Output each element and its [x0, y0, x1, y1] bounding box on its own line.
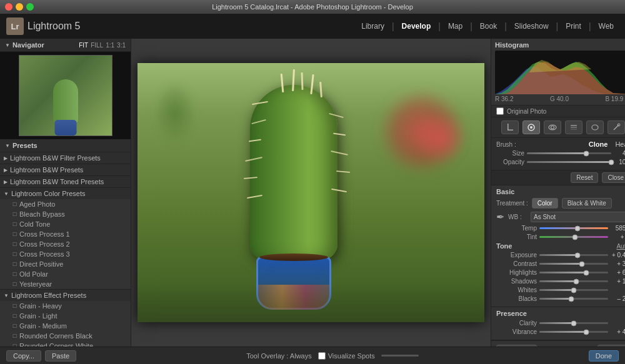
close-button-tool[interactable]: Close: [602, 172, 625, 183]
shadows-value: + 13: [611, 278, 625, 285]
left-panel: ▼ Navigator FIT FILL 1:1 3:1 ▼ Presets: [0, 39, 131, 347]
close-button[interactable]: [5, 3, 12, 11]
previous-button[interactable]: Previous: [496, 345, 537, 347]
nav-map[interactable]: Map: [443, 20, 468, 32]
tool-crop[interactable]: [501, 121, 519, 134]
nav-print[interactable]: Print: [561, 20, 586, 32]
visualize-slider[interactable]: [381, 355, 419, 357]
list-item[interactable]: ☐ Cross Process 2: [0, 239, 131, 249]
list-item[interactable]: ☐ Old Polar: [0, 269, 131, 279]
reset-button[interactable]: Reset: [571, 172, 598, 183]
exposure-thumb[interactable]: [574, 252, 580, 258]
tint-slider-row: Tint + 6: [496, 234, 625, 240]
tint-thumb[interactable]: [572, 234, 578, 240]
svg-point-3: [530, 126, 532, 129]
tool-redeye[interactable]: [544, 121, 561, 134]
list-item[interactable]: ☐ Grain - Medium: [0, 321, 131, 331]
copy-button[interactable]: Copy...: [6, 350, 41, 362]
eyedropper-icon[interactable]: ✒: [496, 211, 504, 223]
whites-slider[interactable]: [539, 289, 608, 291]
list-item[interactable]: ☐ Direct Positive: [0, 259, 131, 269]
preset-group-bw-header[interactable]: ▶ Lightroom B&W Presets: [0, 164, 131, 175]
nav-fill[interactable]: FILL: [91, 42, 103, 49]
visualize-spots-checkbox[interactable]: [318, 352, 326, 360]
clarity-thumb[interactable]: [571, 320, 577, 326]
tint-slider[interactable]: [539, 236, 608, 238]
shadows-slider[interactable]: [539, 280, 608, 282]
shadows-thumb[interactable]: [574, 278, 579, 284]
list-item[interactable]: ☐ Grain - Light: [0, 311, 131, 321]
temp-slider[interactable]: [539, 227, 608, 229]
opacity-thumb[interactable]: [609, 159, 614, 165]
preset-icon: ☐: [12, 303, 17, 309]
tool-adjustment[interactable]: [608, 121, 625, 134]
vibrance-label: Vibrance: [496, 328, 537, 335]
presets-header[interactable]: ▼ Presets: [0, 139, 131, 152]
nav-1-1[interactable]: 1:1: [106, 42, 114, 49]
blacks-slider[interactable]: [539, 298, 608, 300]
original-photo-checkbox[interactable]: [496, 107, 504, 115]
navigator-header[interactable]: ▼ Navigator FIT FILL 1:1 3:1: [0, 39, 131, 52]
size-slider[interactable]: [527, 152, 611, 154]
nav-3-1[interactable]: 3:1: [117, 42, 126, 49]
heal-option[interactable]: Heal: [615, 140, 625, 148]
list-item[interactable]: ☐ Aged Photo: [0, 199, 131, 209]
nav-library[interactable]: Library: [356, 20, 389, 32]
list-item[interactable]: ☐ Cold Tone: [0, 219, 131, 229]
nav-slideshow[interactable]: Slideshow: [509, 20, 554, 32]
tone-label: Tone: [496, 242, 512, 250]
center-area: [131, 39, 491, 347]
reset-develop-button[interactable]: Reset: [598, 345, 625, 347]
list-item[interactable]: ☐ Rounded Corners White: [0, 341, 131, 347]
brush-options: Brush : Clone Heal Size 49 Opacity: [491, 138, 625, 170]
highlights-slider[interactable]: [539, 272, 608, 273]
preset-name: Rounded Corners White: [19, 342, 93, 347]
list-item[interactable]: ☐ Grain - Heavy: [0, 301, 131, 311]
exposure-slider[interactable]: [539, 254, 608, 256]
blacks-thumb[interactable]: [568, 296, 574, 302]
maximize-button[interactable]: [26, 3, 34, 11]
tri-expand-icon: ▼: [4, 191, 9, 197]
whites-thumb[interactable]: [571, 287, 577, 293]
vibrance-slider[interactable]: [539, 331, 608, 333]
clone-option[interactable]: Clone: [589, 140, 608, 148]
nav-develop[interactable]: Develop: [397, 20, 436, 32]
clarity-slider[interactable]: [539, 322, 608, 324]
nav-book[interactable]: Book: [475, 20, 502, 32]
list-item[interactable]: ☐ Rounded Corners Black: [0, 331, 131, 341]
list-item[interactable]: ☐ Bleach Bypass: [0, 209, 131, 219]
list-item[interactable]: ☐ Cross Process 3: [0, 249, 131, 259]
preset-group-bwtoned-header[interactable]: ▶ Lightroom B&W Toned Presets: [0, 176, 131, 187]
wb-select[interactable]: As Shot: [531, 212, 625, 222]
list-item[interactable]: ☐ Cross Process 1: [0, 229, 131, 239]
preset-group-effect-header[interactable]: ▼ Lightroom Effect Presets: [0, 290, 131, 301]
basic-header[interactable]: Basic ▼: [496, 188, 625, 195]
tool-radial[interactable]: [586, 121, 604, 134]
contrast-thumb[interactable]: [579, 261, 585, 267]
tool-spot[interactable]: [522, 121, 540, 134]
color-treatment-btn[interactable]: Color: [532, 198, 558, 209]
preset-group-bwfilter-header[interactable]: ▶ Lightroom B&W Filter Presets: [0, 152, 131, 164]
minimize-button[interactable]: [16, 3, 23, 11]
contrast-slider[interactable]: [539, 263, 608, 265]
main-area: ▼ Navigator FIT FILL 1:1 3:1 ▼ Presets: [0, 39, 625, 347]
size-thumb[interactable]: [583, 150, 589, 156]
opacity-slider[interactable]: [527, 161, 611, 163]
highlights-thumb[interactable]: [583, 270, 589, 275]
bw-treatment-btn[interactable]: Black & White: [562, 198, 612, 209]
nav-fit[interactable]: FIT: [79, 42, 88, 49]
temp-value: 5850: [611, 225, 625, 232]
temp-thumb[interactable]: [574, 225, 580, 231]
photo-container[interactable]: [131, 39, 491, 347]
nav-web[interactable]: Web: [594, 20, 619, 32]
list-item[interactable]: ☐ Yesteryear: [0, 279, 131, 289]
auto-button[interactable]: Auto: [616, 243, 625, 250]
tool-graduated[interactable]: [565, 121, 582, 134]
done-button[interactable]: Done: [589, 350, 619, 362]
preset-group-color-header[interactable]: ▼ Lightroom Color Presets: [0, 188, 131, 199]
preset-name: Cold Tone: [19, 220, 50, 228]
vibrance-thumb[interactable]: [583, 329, 589, 335]
vibrance-slider-row: Vibrance + 48: [496, 328, 625, 335]
tool-reset-close: Reset Close: [491, 170, 625, 185]
paste-button[interactable]: Paste: [45, 350, 76, 362]
